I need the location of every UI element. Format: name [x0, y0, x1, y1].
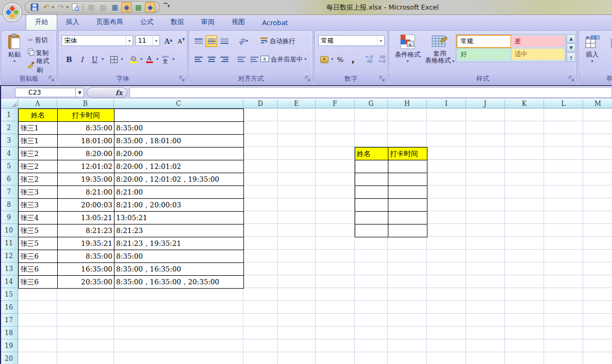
align-left-button[interactable]: [193, 53, 204, 65]
cell[interactable]: 12:01:02: [58, 160, 114, 173]
cell-style-常规[interactable]: 常规: [457, 35, 511, 48]
orientation-button[interactable]: ab▾: [235, 35, 251, 47]
format-painter-button[interactable]: 格式刷: [26, 60, 56, 72]
phonetic-button[interactable]: wén文: [159, 53, 171, 65]
cut-button[interactable]: ✂剪切: [26, 34, 49, 46]
row-header-5[interactable]: 5: [0, 160, 18, 173]
cell[interactable]: 18:01:00: [58, 135, 114, 148]
row-header-19[interactable]: 19: [0, 339, 18, 352]
cell[interactable]: 8:21:23，19:35:21: [114, 237, 244, 250]
cell[interactable]: 13:05:21: [58, 212, 114, 224]
row-header-1[interactable]: 1: [0, 109, 18, 121]
currency-dropdown-icon[interactable]: ▾: [331, 57, 333, 61]
font-color-button[interactable]: A: [143, 53, 155, 65]
row-header-7[interactable]: 7: [0, 185, 18, 198]
cell[interactable]: 19:35:00: [58, 173, 114, 186]
column-header-M[interactable]: M: [583, 99, 612, 109]
cell[interactable]: 张三6: [19, 263, 58, 276]
underline-dropdown-icon[interactable]: ▾: [102, 57, 104, 61]
worksheet-grid[interactable]: ABCDEFGHIJKLM123456789101112131415161718…: [0, 99, 612, 364]
fill-color-dropdown-icon[interactable]: ▾: [140, 57, 142, 61]
row-header-4[interactable]: 4: [0, 147, 18, 160]
font-color-dropdown-icon[interactable]: ▾: [156, 57, 158, 61]
row-header-2[interactable]: 2: [0, 121, 18, 134]
column-header-K[interactable]: K: [505, 99, 544, 109]
cell[interactable]: 16:35:00: [58, 263, 114, 276]
row-header-10[interactable]: 10: [0, 224, 18, 237]
alignment-dialog-launcher-icon[interactable]: [305, 76, 311, 82]
decrease-decimal-button[interactable]: .00 →.0: [376, 53, 387, 65]
row-header-6[interactable]: 6: [0, 173, 18, 185]
cell[interactable]: 姓名: [355, 148, 388, 160]
column-header-J[interactable]: J: [466, 99, 505, 109]
format-as-table-button[interactable]: 套用表格格式 ▾: [425, 33, 455, 64]
cell[interactable]: [388, 199, 427, 212]
cell[interactable]: 张三6: [19, 250, 58, 263]
cell[interactable]: 8:35:00，18:01:00: [114, 135, 244, 148]
tab-数据[interactable]: 数据: [162, 15, 193, 30]
cell[interactable]: [114, 109, 244, 122]
column-header-G[interactable]: G: [355, 99, 388, 109]
column-header-F[interactable]: F: [316, 99, 355, 109]
save-icon[interactable]: [29, 2, 40, 12]
conditional-formatting-button[interactable]: ≤ 条件格式 ▾: [392, 33, 423, 64]
increase-decimal-button[interactable]: ←.0 .00: [363, 53, 375, 65]
grow-font-button[interactable]: A▲: [163, 35, 174, 47]
cell[interactable]: 20:00:03: [58, 199, 114, 212]
cell[interactable]: 8:35:00: [114, 250, 244, 263]
cell[interactable]: 8:35:00: [58, 122, 114, 135]
formula-input[interactable]: [129, 87, 612, 98]
cell-style-差[interactable]: 差: [511, 35, 565, 48]
font-name-combo[interactable]: 宋体▾: [62, 35, 133, 46]
row-header-3[interactable]: 3: [0, 134, 18, 147]
delete-cells-button[interactable]: [606, 33, 612, 50]
row-header-8[interactable]: 8: [0, 198, 18, 211]
cell[interactable]: [355, 173, 388, 186]
cell[interactable]: [355, 160, 388, 173]
import-tool-icon[interactable]: ▩: [133, 2, 143, 12]
accounting-tool-icon[interactable]: ◆: [145, 2, 155, 12]
tab-插入[interactable]: 插入: [57, 15, 88, 30]
increase-indent-button[interactable]: [248, 53, 260, 65]
cell[interactable]: 张三3: [19, 186, 58, 199]
merge-center-button[interactable]: a合并后居中▾: [259, 53, 308, 65]
cell[interactable]: [388, 186, 427, 199]
cell[interactable]: 张三1: [19, 135, 58, 148]
shrink-font-button[interactable]: A▼: [175, 35, 187, 47]
font-dialog-launcher-icon[interactable]: [179, 76, 185, 82]
tab-Acrobat[interactable]: Acrobat: [254, 16, 296, 30]
cell[interactable]: 8:20:00，12:01:02，19:35:00: [114, 173, 244, 186]
undo-dropdown-icon[interactable]: ▾: [52, 5, 54, 10]
cell[interactable]: 张三4: [19, 212, 58, 224]
cell[interactable]: 张三5: [19, 237, 58, 250]
align-center-button[interactable]: [205, 53, 217, 65]
column-header-I[interactable]: I: [427, 99, 466, 109]
phonetic-dropdown-icon[interactable]: ▾: [172, 57, 174, 61]
wrap-text-button[interactable]: 自动换行: [259, 35, 297, 47]
align-bottom-button[interactable]: [218, 35, 230, 47]
cell[interactable]: [355, 186, 388, 199]
cell[interactable]: 张三2: [19, 173, 58, 186]
cell[interactable]: 8:35:00，16:35:00: [114, 263, 244, 276]
cell[interactable]: 8:20:00: [58, 148, 114, 160]
cell[interactable]: 8:35:00，16:35:00，20:35:00: [114, 276, 244, 289]
decrease-indent-button[interactable]: [235, 53, 247, 65]
italic-button[interactable]: I: [76, 53, 88, 65]
align-middle-button[interactable]: [205, 35, 217, 47]
gallery-more-icon[interactable]: ▾̲: [567, 52, 576, 62]
cell[interactable]: [388, 173, 427, 186]
clipboard-dialog-launcher-icon[interactable]: [49, 76, 55, 82]
column-header-D[interactable]: D: [243, 99, 278, 109]
undo-icon[interactable]: ↶: [41, 2, 51, 12]
column-header-C[interactable]: C: [114, 99, 243, 109]
row-header-15[interactable]: 15: [0, 288, 18, 301]
tab-公式[interactable]: 公式: [132, 15, 162, 30]
cell[interactable]: 张三2: [19, 160, 58, 173]
tab-视图[interactable]: 视图: [223, 15, 254, 30]
column-header-A[interactable]: A: [18, 99, 57, 109]
cell[interactable]: 打卡时间: [388, 148, 427, 160]
font-size-combo[interactable]: 11▾: [135, 35, 160, 46]
cell[interactable]: 8:20:00: [114, 148, 244, 160]
column-header-E[interactable]: E: [278, 99, 316, 109]
underline-button[interactable]: U: [89, 53, 101, 65]
